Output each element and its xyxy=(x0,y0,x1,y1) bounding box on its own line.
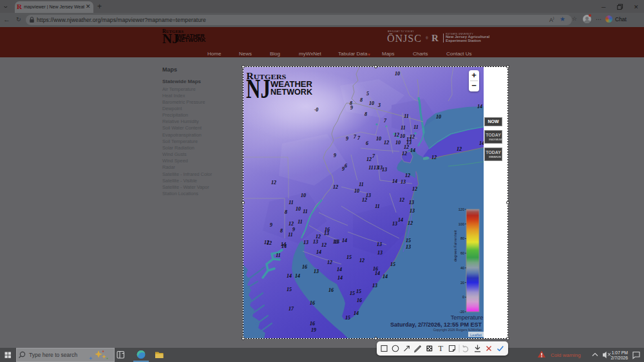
svg-text:0: 0 xyxy=(462,295,464,299)
svg-text:Type here to search: Type here to search xyxy=(29,352,77,358)
svg-text:80: 80 xyxy=(460,236,464,240)
svg-text:1:07 PM: 1:07 PM xyxy=(612,350,629,355)
svg-text:100: 100 xyxy=(459,222,464,226)
svg-text:degrees Fahrenheit: degrees Fahrenheit xyxy=(453,230,457,262)
svg-text:T: T xyxy=(439,344,444,353)
svg-text:Cold warning: Cold warning xyxy=(551,352,581,358)
svg-text:-20: -20 xyxy=(459,310,464,314)
svg-text:60: 60 xyxy=(460,251,464,255)
svg-text:Temperature: Temperature xyxy=(451,314,484,321)
svg-text:Copyright 2026 Rutgers NJWxNet: Copyright 2026 Rutgers NJWxNet xyxy=(433,328,482,332)
svg-text:2/7/2026: 2/7/2026 xyxy=(611,356,629,360)
svg-text:120: 120 xyxy=(459,207,464,211)
svg-text:20: 20 xyxy=(460,281,464,285)
svg-text:40: 40 xyxy=(460,266,464,270)
svg-text:Saturday, 2/7/2026, 12:55 PM E: Saturday, 2/7/2026, 12:55 PM EST xyxy=(390,321,482,328)
svg-text:Leaflet: Leaflet xyxy=(470,333,482,337)
